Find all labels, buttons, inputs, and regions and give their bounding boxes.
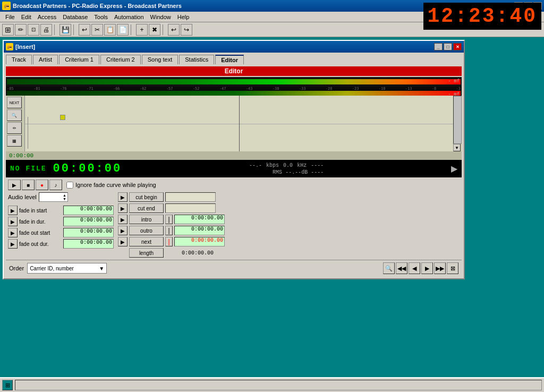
next-play[interactable]: ▶ xyxy=(118,237,128,246)
waveform-scroll-area[interactable]: ▼ xyxy=(453,96,462,151)
nav-next-btn[interactable]: ▶ xyxy=(421,262,433,274)
fade-in-dur-value[interactable]: 0:00:00.00 xyxy=(63,217,114,226)
tool-bar[interactable]: ▦ xyxy=(7,135,22,147)
spinbox-down[interactable]: ▼ xyxy=(63,197,66,201)
order-dropdown[interactable]: Carrier ID, number ▼ xyxy=(27,263,107,274)
kbps-value: --.- xyxy=(249,163,262,168)
title-bar-left: 📻 Broadcast Partners - PC-Radio Express … xyxy=(2,2,182,10)
cut-begin-value-empty xyxy=(165,192,216,202)
fade-out-start-play[interactable]: ▶ xyxy=(8,228,18,237)
tab-songtext[interactable]: Song text xyxy=(142,55,178,64)
toolbar-btn-8[interactable]: 📋 xyxy=(104,24,116,36)
tab-criterium1[interactable]: Criterium 1 xyxy=(59,55,99,64)
cut-begin-button[interactable]: cut begin xyxy=(129,192,164,202)
dropdown-arrow-icon: ▼ xyxy=(99,266,104,271)
intro-button[interactable]: intro xyxy=(129,215,164,224)
toolbar-btn-1[interactable]: ⊞ xyxy=(2,24,14,36)
cut-end-button[interactable]: cut end xyxy=(129,203,164,213)
time-row: 0:00:00 xyxy=(6,151,462,160)
fade-out-start-value[interactable]: 0:00:00.00 xyxy=(63,228,114,237)
win-close[interactable]: ✕ xyxy=(453,43,462,50)
scroll-down-btn[interactable]: ▼ xyxy=(453,144,461,151)
tab-criterium2[interactable]: Criterium 2 xyxy=(100,55,141,64)
tab-artist[interactable]: Artist xyxy=(33,55,58,64)
main-window: 📻 [Insert] _ □ ✕ Track Artist Criterium … xyxy=(3,40,465,279)
tool-pencil[interactable]: ✏ xyxy=(7,122,22,134)
win-maximize[interactable]: □ xyxy=(444,43,452,50)
outro-button[interactable]: outro xyxy=(129,226,164,235)
outro-marker[interactable]: | xyxy=(165,226,173,235)
tool-zoom[interactable]: 🔍 xyxy=(7,109,22,121)
cut-end-play[interactable]: ▶ xyxy=(118,203,128,213)
transport-expand-btn[interactable]: ▶ xyxy=(451,164,457,174)
menu-tools[interactable]: Tools xyxy=(91,13,111,21)
toolbar-btn-9[interactable]: 📄 xyxy=(117,24,129,36)
tool-next[interactable]: NEXT xyxy=(7,97,22,108)
toolbar-sep-4 xyxy=(163,24,166,35)
fade-out-dur-value[interactable]: 0:00:00.00 xyxy=(63,239,114,249)
fade-in-start-play[interactable]: ▶ xyxy=(8,206,18,215)
next-button[interactable]: next xyxy=(129,237,164,246)
waveform-scrollbar[interactable] xyxy=(453,96,462,144)
win-minimize[interactable]: _ xyxy=(434,43,443,50)
start-btn[interactable]: ⊞ xyxy=(2,380,13,390)
menu-access[interactable]: Access xyxy=(35,13,60,21)
toolbar-btn-11[interactable]: ✖ xyxy=(149,24,160,36)
toolbar-btn-13[interactable]: ↪ xyxy=(181,24,192,36)
next-marker[interactable]: | xyxy=(165,237,173,246)
tab-editor[interactable]: Editor xyxy=(215,55,244,64)
audio-level-label: Audio level xyxy=(8,194,37,200)
spinbox-arrows[interactable]: ▲ ▼ xyxy=(63,193,66,201)
cue-button[interactable]: ♪ xyxy=(49,180,62,190)
waveform-area: NEXT 🔍 ✏ ▦ ▼ xyxy=(6,96,462,151)
order-dropdown-text: Carrier ID, number xyxy=(30,266,74,271)
play-button[interactable]: ▶ xyxy=(8,180,21,190)
nav-prev-btn[interactable]: ◀ xyxy=(409,262,420,274)
nav-last-btn[interactable]: ▶▶ xyxy=(434,262,446,274)
toolbar-btn-3[interactable]: ⊡ xyxy=(28,24,39,36)
transport-info-2: RMS --.--dB ---- xyxy=(273,169,324,175)
extra-value: ---- xyxy=(311,163,324,168)
intro-play[interactable]: ▶ xyxy=(118,215,128,224)
tab-track[interactable]: Track xyxy=(6,55,32,64)
menu-window[interactable]: Window xyxy=(147,13,174,21)
spinbox-up[interactable]: ▲ xyxy=(63,193,66,197)
intro-value[interactable]: 0:00:00.00 xyxy=(174,215,225,224)
stop-button[interactable]: ■ xyxy=(22,180,35,190)
fade-in-dur-play[interactable]: ▶ xyxy=(8,217,18,226)
toolbar-btn-7[interactable]: ✂ xyxy=(91,24,103,36)
window-controls[interactable]: _ □ ✕ xyxy=(434,43,462,50)
nav-first-btn[interactable]: ◀◀ xyxy=(396,262,407,274)
menu-help[interactable]: Help xyxy=(174,13,193,21)
fade-in-start-value[interactable]: 0:00:00.00 xyxy=(63,206,114,215)
next-value[interactable]: 0:00:00.00 xyxy=(174,237,225,246)
toolbar-btn-10[interactable]: + xyxy=(136,24,148,36)
menu-automation[interactable]: Automation xyxy=(111,13,147,21)
toolbar-btn-5[interactable]: 💾 xyxy=(60,24,71,36)
menu-database[interactable]: Database xyxy=(60,13,91,21)
order-label: Order xyxy=(9,265,24,271)
record-button[interactable]: ● xyxy=(36,180,48,190)
nav-end-btn[interactable]: ⊠ xyxy=(447,262,458,274)
outro-play[interactable]: ▶ xyxy=(118,226,128,235)
nav-buttons: 🔍 ◀◀ ◀ ▶ ▶▶ ⊠ xyxy=(383,262,458,274)
menu-edit[interactable]: Edit xyxy=(18,13,35,21)
toolbar-btn-6[interactable]: ↩ xyxy=(79,24,90,36)
waveform-left-border xyxy=(28,117,28,149)
transport-info-1: --.- kbps 0.0 kHz ---- xyxy=(249,163,324,168)
ignore-fade-checkbox[interactable] xyxy=(66,182,73,189)
toolbar-btn-4[interactable]: 🖨 xyxy=(40,24,52,36)
fade-out-dur-play[interactable]: ▶ xyxy=(8,239,18,249)
toolbar-btn-12[interactable]: ↩ xyxy=(168,24,180,36)
nav-search-btn[interactable]: 🔍 xyxy=(383,262,395,274)
editor-title: Editor xyxy=(6,66,462,76)
menu-file[interactable]: File xyxy=(2,13,18,21)
intro-marker[interactable]: | xyxy=(165,215,173,224)
outro-value[interactable]: 0:00:00.00 xyxy=(174,226,225,235)
toolbar-btn-2[interactable]: ✏ xyxy=(15,24,27,36)
fade-out-dur-row: ▶ fade out dur. 0:00:00.00 xyxy=(8,239,114,249)
cut-begin-play[interactable]: ▶ xyxy=(118,192,128,202)
tab-statistics[interactable]: Statistics xyxy=(179,55,214,64)
fade-out-start-label: fade out start xyxy=(19,230,62,236)
audio-level-spinbox[interactable]: ▲ ▼ xyxy=(39,192,68,202)
